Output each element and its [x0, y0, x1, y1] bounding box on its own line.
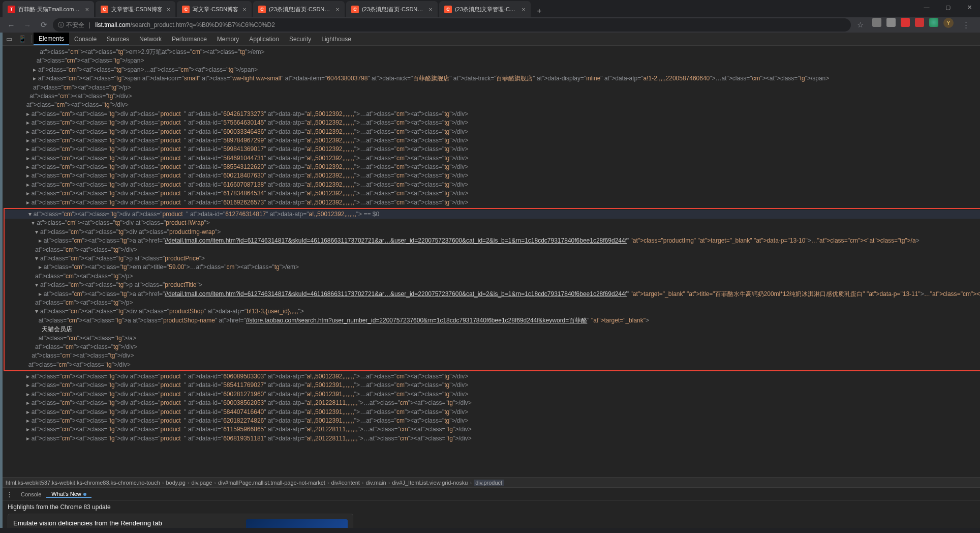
product-title: 【新鲜日期】百菲酪水牛纯奶200ml*1: [2, 181, 3, 189]
browser-tabstrip: T百菲酪-天猫Tmall.com-理想生×C文章管理-CSDN博客×C写文章-C…: [0, 0, 980, 17]
a-icon: a: [2, 518, 3, 525]
ext-icon[interactable]: [929, 18, 938, 27]
inspect-icon[interactable]: ▭: [3, 35, 16, 43]
console-drawer: ⋮ Console What's New ✕ Highlights from t…: [3, 487, 980, 528]
news-thumbnail: [246, 519, 348, 528]
devtools-tab[interactable]: Application: [244, 33, 284, 45]
devtools-tab[interactable]: Elements: [34, 33, 69, 45]
drawer-menu[interactable]: ⋮: [3, 490, 16, 498]
news-card[interactable]: Emulate vision deficiencies from the Ren…: [8, 514, 353, 528]
breadcrumb-item[interactable]: div.page: [192, 480, 212, 486]
tab-close[interactable]: ×: [522, 6, 526, 13]
device-icon[interactable]: 📱: [16, 35, 29, 43]
browser-menu[interactable]: ⋮: [959, 18, 973, 32]
nav-back[interactable]: ←: [4, 18, 18, 32]
devtools-toolbar: ▭ 📱 ElementsConsoleSourcesNetworkPerform…: [3, 33, 980, 46]
nav-forward: →: [20, 18, 35, 32]
browser-tab[interactable]: C(23条消息)文章管理-CSDN博客×: [439, 1, 531, 17]
breadcrumb-item[interactable]: html.ks-webkit537.ks-webkit.ks-chrome83.…: [6, 480, 160, 486]
news-title: Emulate vision deficiencies from the Ren…: [13, 519, 240, 527]
url-host: list.tmall.com: [95, 21, 130, 28]
new-tab-button[interactable]: +: [532, 3, 546, 17]
insecure-badge: ⓘ 不安全 |: [58, 21, 92, 29]
browser-tab[interactable]: C(23条消息)首页-CSDN博客×: [253, 1, 345, 17]
tab-title: 写文章-CSDN博客: [193, 6, 238, 13]
bookmark-star[interactable]: ☆: [853, 18, 867, 32]
product-card-selected[interactable]: 会员狂欢 领100元红包 a 199.09 × 34 百菲酪水牛高钙奶200ml…: [2, 413, 3, 528]
breadcrumb-item[interactable]: div.product: [474, 480, 504, 486]
breadcrumb-item[interactable]: div.main: [365, 480, 386, 486]
breadcrumb-item[interactable]: body.pg: [166, 480, 186, 486]
devtools: ▭ 📱 ElementsConsoleSourcesNetworkPerform…: [3, 33, 980, 528]
filter-item[interactable]: 综合 ▾: [0, 33, 3, 46]
tab-title: 文章管理-CSDN博客: [111, 6, 163, 13]
tab-close[interactable]: ×: [242, 6, 247, 13]
product-card[interactable]: 618 ¥49.80 【新鲜日期】百菲酪水牛纯奶200ml*1 百菲酪酪友专卖店…: [2, 80, 3, 210]
devtools-tab[interactable]: Console: [69, 33, 102, 45]
console-tab[interactable]: Console: [16, 491, 46, 497]
devtools-tab[interactable]: Lighthouse: [316, 33, 356, 45]
browser-tab[interactable]: C写文章-CSDN博客×: [177, 1, 251, 17]
favicon-icon: C: [101, 6, 108, 13]
devtools-tab[interactable]: Memory: [212, 33, 244, 45]
product-title: 百菲酪水牛高钙奶200ml*12纯奶冰淇: [2, 526, 3, 528]
browser-tab[interactable]: C文章管理-CSDN博客×: [96, 1, 175, 17]
dom-breadcrumb[interactable]: html.ks-webkit537.ks-webkit.ks-chrome83.…: [3, 477, 980, 487]
elements-tree[interactable]: at">class="cm"><at">class="tg">em>2.9万笔a…: [3, 46, 980, 477]
devtools-tab[interactable]: Network: [134, 33, 167, 45]
breadcrumb-item[interactable]: div#mallPage.mallist.tmall-page-not-mark…: [218, 480, 325, 486]
favicon-icon: C: [182, 6, 190, 13]
tab-title: 百菲酪-天猫Tmall.com-理想生: [18, 6, 81, 13]
tab-title: (23条消息)文章管理-CSDN博客: [455, 6, 517, 13]
profile-avatar[interactable]: Y: [943, 18, 954, 28]
product-price: ¥49.80: [2, 167, 3, 181]
win-minimize[interactable]: —: [916, 0, 937, 14]
breadcrumb-item[interactable]: div#J_ItemList.view.grid-nosku: [392, 480, 468, 486]
favicon-icon: T: [8, 6, 15, 13]
extension-icons: Y ⋮: [869, 18, 976, 32]
product-image: [2, 80, 3, 167]
product-shop[interactable]: 百菲酪酪友专卖店: [2, 189, 3, 198]
tab-close[interactable]: ×: [428, 6, 433, 13]
win-close[interactable]: ✕: [959, 0, 980, 14]
breadcrumb-item[interactable]: div#content: [331, 480, 360, 486]
tab-title: (23条消息)首页-CSDN博客: [269, 6, 331, 13]
tab-close[interactable]: ×: [167, 6, 171, 13]
omnibox[interactable]: ⓘ 不安全 | list.tmall.com /search_product.h…: [53, 18, 851, 32]
favicon-icon: C: [444, 6, 452, 13]
devtools-tab[interactable]: Performance: [167, 33, 212, 45]
browser-tab[interactable]: T百菲酪-天猫Tmall.com-理想生×: [3, 1, 94, 17]
browser-tab[interactable]: C(23条消息)首页-CSDN博客×: [346, 1, 438, 17]
whatsnew-tab[interactable]: What's New: [46, 491, 91, 498]
win-maximize[interactable]: ▢: [937, 0, 959, 14]
whatsnew-heading: Highlights from the Chrome 83 update: [8, 504, 980, 511]
web-page-viewport[interactable]: 综合 ▾人气 ↓新品 ↓销量 ↓价格 ▾|收货地:南京 月成交4.2万笔 评价5…: [0, 33, 3, 528]
tab-close[interactable]: ×: [85, 6, 89, 13]
ext-icon[interactable]: [915, 18, 924, 27]
info-icon: ⓘ: [58, 21, 64, 29]
favicon-icon: C: [351, 6, 359, 13]
tab-close[interactable]: ×: [335, 6, 340, 13]
ext-icon[interactable]: [886, 18, 896, 27]
ext-icon[interactable]: [872, 18, 881, 27]
devtools-tab[interactable]: Sources: [102, 33, 134, 45]
address-bar: ← → ⟳ ⓘ 不安全 | list.tmall.com /search_pro…: [0, 17, 980, 33]
devtools-tab[interactable]: Security: [284, 33, 316, 45]
url-path: /search_product.htm?q=%B0%D9%B7%C6%C0%D2: [130, 21, 274, 28]
favicon-icon: C: [258, 6, 266, 13]
nav-reload[interactable]: ⟳: [37, 18, 51, 32]
tab-title: (23条消息)首页-CSDN博客: [362, 6, 424, 13]
ext-icon[interactable]: [901, 18, 910, 27]
